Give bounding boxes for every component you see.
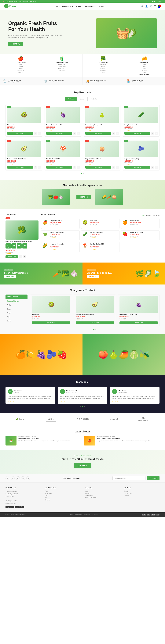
play-store-button[interactable]: Google Play: [15, 506, 24, 508]
footer-link-delivery[interactable]: Delivery: [85, 492, 120, 494]
top-bar-cart[interactable]: Cart 0: [158, 0, 162, 2]
news-title-1[interactable]: Fusce Dignissim Lacus Non: [19, 438, 70, 440]
user-icon[interactable]: 👤: [145, 5, 148, 8]
footer-nav-home[interactable]: Home: [70, 514, 73, 515]
nav-apricot[interactable]: APRICOT: [76, 5, 83, 7]
footer-link-vegetables[interactable]: Vegetables: [45, 492, 81, 494]
nav-catalogue[interactable]: CATALOGUE ▾: [85, 5, 96, 7]
sidebar-seasonal-fruit[interactable]: Seasonal Fruit: [6, 294, 28, 299]
wishlist-icon-gourd[interactable]: ♡: [151, 132, 154, 135]
cat-add-cart-1[interactable]: ADD TO CART: [32, 322, 70, 324]
add-to-cart-kiwi[interactable]: ADD TO CART: [7, 132, 33, 134]
tab-latest[interactable]: Latest: [77, 97, 87, 101]
sidebar-flour[interactable]: Flour: [6, 311, 28, 315]
footer-link-fruits[interactable]: Fruits: [45, 490, 81, 492]
add-to-cart-papaya[interactable]: ADD TO CART: [85, 132, 111, 134]
t-dot-2[interactable]: [82, 406, 83, 407]
instagram-icon[interactable]: in: [16, 476, 20, 480]
filter-fresh[interactable]: Fresh: [152, 214, 155, 216]
newsletter-submit-button[interactable]: SUBSCRIBE: [146, 476, 159, 480]
footer-link-brands[interactable]: Brands: [124, 490, 160, 492]
footer-link-privacy[interactable]: Privacy Policy: [85, 495, 120, 496]
menu-icon[interactable]: ☰: [154, 5, 156, 8]
sidebar-milk[interactable]: Milk: [6, 315, 28, 319]
promo-btn-2[interactable]: SHOP NOW: [87, 275, 99, 278]
add-to-cart-gourd[interactable]: ADD TO CART: [124, 132, 150, 134]
footer-link-organic[interactable]: Organic: [45, 499, 81, 501]
pinterest-icon[interactable]: p: [26, 476, 30, 480]
quick-view-icon-gourd[interactable]: 👁: [155, 132, 158, 135]
quick-view-icon-papaya[interactable]: 👁: [116, 132, 119, 135]
quick-view-icon-thai-veg[interactable]: 👁: [116, 166, 119, 169]
footer-link-juice[interactable]: Juice: [45, 497, 81, 498]
filter-more[interactable]: More: [156, 214, 159, 216]
organic-banner-cta[interactable]: SHOP NOW: [76, 195, 91, 199]
nav-blog[interactable]: BLOG ▾: [98, 5, 104, 7]
wishlist-icon-garlic[interactable]: ♡: [73, 166, 76, 169]
cart-icon[interactable]: 🛒: [149, 5, 152, 8]
footer-link-terms[interactable]: Terms & Conditions: [85, 497, 120, 498]
daily-deal-wishlist-icon[interactable]: ♡: [19, 255, 22, 258]
hero-cta-button[interactable]: SHOP NOW: [8, 42, 23, 46]
category-vegetables[interactable]: 🥦 All Vegetables Greenhouse Broccoli Lon…: [83, 54, 124, 77]
facebook-icon[interactable]: f: [6, 476, 9, 480]
add-to-cart-garlic[interactable]: ADD TO CART: [46, 166, 72, 168]
tab-featured[interactable]: Featured: [65, 97, 77, 101]
wishlist-icon-hybrid[interactable]: ♡: [151, 166, 154, 169]
wishlist-icon-grapes[interactable]: ♡: [73, 132, 76, 135]
wishlist-icon-kiwi[interactable]: ♡: [34, 132, 37, 135]
daily-deal-view-icon[interactable]: 👁: [23, 255, 26, 258]
add-to-cart-avocado[interactable]: ADD TO CART: [7, 166, 33, 168]
cat-page-dot-2[interactable]: [95, 329, 96, 330]
wishlist-icon-papaya[interactable]: ♡: [112, 132, 115, 135]
sidebar-drinks[interactable]: Drinks: [6, 319, 28, 323]
twitter-icon[interactable]: t: [11, 476, 15, 480]
quick-view-icon-grapes[interactable]: 👁: [77, 132, 80, 135]
page-dot-2[interactable]: [83, 173, 84, 174]
footer-nav-points[interactable]: Dining Points: [83, 514, 90, 515]
category-dairy[interactable]: 🧀 Dairy Products Yogurt Milk Cream Chees…: [124, 54, 165, 77]
footer-link-affiliates[interactable]: Affiliates: [124, 495, 160, 496]
filter-weekly[interactable]: Weekly: [146, 214, 151, 216]
add-to-cart-hybrid[interactable]: ADD TO CART: [124, 166, 150, 168]
sidebar-fruits[interactable]: Fruits: [6, 303, 28, 307]
quick-view-icon-avocado[interactable]: 👁: [38, 166, 41, 169]
category-juice[interactable]: 🧃 All Types Of Juice Lemon Juice Orange …: [41, 54, 83, 77]
footer-link-dairy[interactable]: Dairy: [45, 495, 81, 496]
filter-daily[interactable]: Daily: [142, 214, 145, 216]
cat-add-cart-3[interactable]: ADD TO CART: [119, 322, 158, 324]
page-dot-1[interactable]: [81, 173, 82, 174]
cta-button[interactable]: SHOP NOW: [74, 463, 91, 468]
wishlist-icon-avocado[interactable]: ♡: [34, 166, 37, 169]
quick-view-icon-garlic[interactable]: 👁: [77, 166, 80, 169]
top-bar-wishlist[interactable]: Wishlist: [151, 0, 156, 2]
footer-nav-dining[interactable]: Dining Guide: [75, 514, 82, 515]
add-to-cart-thai-veg[interactable]: ADD TO CART: [85, 166, 111, 168]
promo-btn-1[interactable]: SHOP NOW: [4, 275, 16, 278]
daily-deal-add-cart[interactable]: ADD TO CART: [6, 255, 18, 258]
cat-add-cart-2[interactable]: ADD TO CART: [76, 322, 114, 324]
app-store-button[interactable]: App Store: [6, 506, 14, 508]
add-to-cart-grapes[interactable]: ADD TO CART: [46, 132, 72, 134]
nav-home[interactable]: HOME: [55, 5, 60, 7]
sidebar-juice[interactable]: Juice: [6, 307, 28, 311]
category-fresh-fruits[interactable]: 🍎 All Fresh Fruits Apples Oranges Banana…: [0, 54, 41, 77]
tab-bestseller[interactable]: Bestseller: [87, 97, 100, 101]
nav-blueberry[interactable]: BLUEBERRY ▾: [62, 5, 73, 7]
wishlist-icon-thai-veg[interactable]: ♡: [112, 166, 115, 169]
newsletter-input[interactable]: [112, 476, 145, 480]
footer-link-vouchers[interactable]: Gift Vouchers: [124, 492, 160, 494]
quick-view-icon-hybrid[interactable]: 👁: [155, 166, 158, 169]
t-dot-3[interactable]: [84, 406, 85, 407]
footer-service-title: SERVICE: [85, 487, 120, 489]
cat-page-dot-1[interactable]: [93, 329, 94, 330]
language-icon[interactable]: [157, 4, 161, 8]
sidebar-organic-staples[interactable]: Organic Staples: [6, 299, 28, 303]
t-dot-1[interactable]: [80, 406, 81, 407]
footer-nav-favourites[interactable]: Favourites: [92, 514, 97, 515]
quick-view-icon-kiwi[interactable]: 👁: [38, 132, 41, 135]
search-icon[interactable]: 🔍: [141, 5, 143, 8]
footer-link-about[interactable]: About Us: [85, 490, 120, 492]
youtube-icon[interactable]: ▶: [21, 476, 25, 480]
news-title-2[interactable]: Nam Gravida Massa Vestibulum: [97, 438, 150, 440]
